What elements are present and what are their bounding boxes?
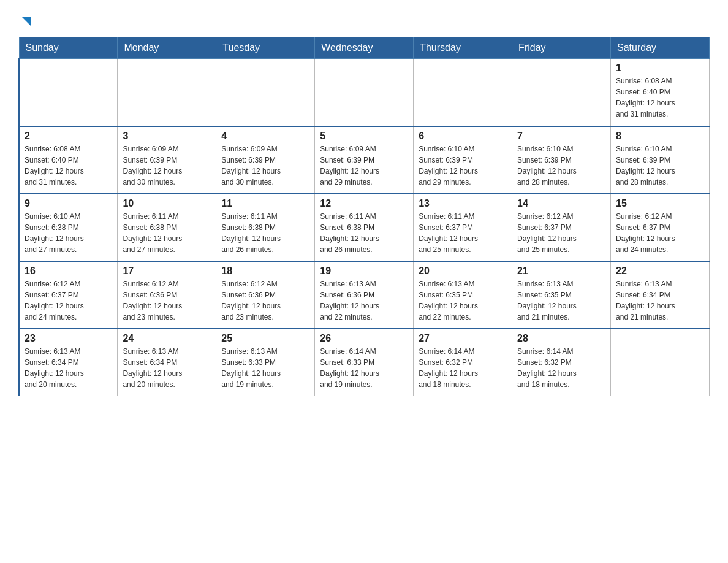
weekday-header-friday: Friday [512,37,611,59]
calendar-cell: 3Sunrise: 6:09 AM Sunset: 6:39 PM Daylig… [118,126,216,194]
day-info: Sunrise: 6:09 AM Sunset: 6:39 PM Dayligh… [123,144,211,188]
day-info: Sunrise: 6:10 AM Sunset: 6:38 PM Dayligh… [25,211,112,255]
day-number: 23 [25,333,112,344]
calendar-cell: 2Sunrise: 6:08 AM Sunset: 6:40 PM Daylig… [19,126,118,194]
day-number: 14 [517,198,605,209]
day-info: Sunrise: 6:09 AM Sunset: 6:39 PM Dayligh… [320,144,408,188]
calendar-cell [118,59,216,126]
calendar-cell: 24Sunrise: 6:13 AM Sunset: 6:34 PM Dayli… [118,329,216,396]
calendar-cell: 15Sunrise: 6:12 AM Sunset: 6:37 PM Dayli… [611,194,710,261]
calendar-cell: 18Sunrise: 6:12 AM Sunset: 6:36 PM Dayli… [216,261,315,329]
day-number: 16 [25,266,112,277]
calendar-cell: 17Sunrise: 6:12 AM Sunset: 6:36 PM Dayli… [118,261,216,329]
day-info: Sunrise: 6:11 AM Sunset: 6:38 PM Dayligh… [123,211,211,255]
day-number: 2 [25,131,112,142]
calendar-cell: 10Sunrise: 6:11 AM Sunset: 6:38 PM Dayli… [118,194,216,261]
day-info: Sunrise: 6:13 AM Sunset: 6:36 PM Dayligh… [320,278,408,323]
weekday-header-thursday: Thursday [414,37,512,59]
day-number: 15 [616,198,704,209]
calendar-cell: 27Sunrise: 6:14 AM Sunset: 6:32 PM Dayli… [414,329,512,396]
svg-marker-0 [22,17,31,26]
day-info: Sunrise: 6:13 AM Sunset: 6:34 PM Dayligh… [123,346,211,390]
day-info: Sunrise: 6:09 AM Sunset: 6:39 PM Dayligh… [221,144,309,188]
weekday-header-monday: Monday [118,37,216,59]
day-number: 28 [517,333,605,344]
day-number: 7 [517,131,605,142]
day-number: 21 [517,266,605,277]
day-number: 20 [419,266,507,277]
calendar-cell [414,59,512,126]
day-info: Sunrise: 6:13 AM Sunset: 6:35 PM Dayligh… [419,278,507,323]
weekday-header-sunday: Sunday [19,37,118,59]
day-number: 3 [123,131,211,142]
calendar-cell: 11Sunrise: 6:11 AM Sunset: 6:38 PM Dayli… [216,194,315,261]
calendar-cell: 12Sunrise: 6:11 AM Sunset: 6:38 PM Dayli… [315,194,414,261]
day-info: Sunrise: 6:13 AM Sunset: 6:33 PM Dayligh… [221,346,309,390]
calendar-cell: 14Sunrise: 6:12 AM Sunset: 6:37 PM Dayli… [512,194,611,261]
week-row-2: 2Sunrise: 6:08 AM Sunset: 6:40 PM Daylig… [19,126,710,194]
calendar-cell: 22Sunrise: 6:13 AM Sunset: 6:34 PM Dayli… [611,261,710,329]
day-number: 4 [221,131,309,142]
calendar-cell: 5Sunrise: 6:09 AM Sunset: 6:39 PM Daylig… [315,126,414,194]
calendar-cell: 21Sunrise: 6:13 AM Sunset: 6:35 PM Dayli… [512,261,611,329]
calendar-cell: 1Sunrise: 6:08 AM Sunset: 6:40 PM Daylig… [611,59,710,126]
day-info: Sunrise: 6:11 AM Sunset: 6:37 PM Dayligh… [419,211,507,255]
logo-arrow-icon [20,15,33,28]
calendar-cell: 13Sunrise: 6:11 AM Sunset: 6:37 PM Dayli… [414,194,512,261]
calendar-cell [216,59,315,126]
calendar-table: SundayMondayTuesdayWednesdayThursdayFrid… [18,37,710,396]
week-row-5: 23Sunrise: 6:13 AM Sunset: 6:34 PM Dayli… [19,329,710,396]
week-row-4: 16Sunrise: 6:12 AM Sunset: 6:37 PM Dayli… [19,261,710,329]
day-info: Sunrise: 6:12 AM Sunset: 6:36 PM Dayligh… [221,278,309,323]
weekday-header-tuesday: Tuesday [216,37,315,59]
day-number: 11 [221,198,309,209]
day-number: 22 [616,266,704,277]
calendar-cell: 28Sunrise: 6:14 AM Sunset: 6:32 PM Dayli… [512,329,611,396]
calendar-cell: 23Sunrise: 6:13 AM Sunset: 6:34 PM Dayli… [19,329,118,396]
calendar-cell: 7Sunrise: 6:10 AM Sunset: 6:39 PM Daylig… [512,126,611,194]
calendar-cell: 26Sunrise: 6:14 AM Sunset: 6:33 PM Dayli… [315,329,414,396]
calendar-cell [315,59,414,126]
day-info: Sunrise: 6:13 AM Sunset: 6:34 PM Dayligh… [616,278,704,323]
day-info: Sunrise: 6:08 AM Sunset: 6:40 PM Dayligh… [616,75,704,120]
day-number: 6 [419,131,507,142]
calendar-cell: 20Sunrise: 6:13 AM Sunset: 6:35 PM Dayli… [414,261,512,329]
day-info: Sunrise: 6:10 AM Sunset: 6:39 PM Dayligh… [616,144,704,188]
day-info: Sunrise: 6:13 AM Sunset: 6:35 PM Dayligh… [517,278,605,323]
calendar-cell: 6Sunrise: 6:10 AM Sunset: 6:39 PM Daylig… [414,126,512,194]
calendar-cell: 19Sunrise: 6:13 AM Sunset: 6:36 PM Dayli… [315,261,414,329]
day-info: Sunrise: 6:12 AM Sunset: 6:37 PM Dayligh… [517,211,605,255]
day-number: 24 [123,333,211,344]
calendar-cell: 16Sunrise: 6:12 AM Sunset: 6:37 PM Dayli… [19,261,118,329]
day-number: 26 [320,333,408,344]
day-number: 25 [221,333,309,344]
day-number: 5 [320,131,408,142]
day-info: Sunrise: 6:12 AM Sunset: 6:36 PM Dayligh… [123,278,211,323]
day-number: 27 [419,333,507,344]
weekday-header-row: SundayMondayTuesdayWednesdayThursdayFrid… [19,37,710,59]
day-info: Sunrise: 6:11 AM Sunset: 6:38 PM Dayligh… [320,211,408,255]
day-info: Sunrise: 6:11 AM Sunset: 6:38 PM Dayligh… [221,211,309,255]
day-info: Sunrise: 6:13 AM Sunset: 6:34 PM Dayligh… [25,346,112,390]
day-info: Sunrise: 6:14 AM Sunset: 6:32 PM Dayligh… [517,346,605,390]
calendar-cell [611,329,710,396]
calendar-cell: 25Sunrise: 6:13 AM Sunset: 6:33 PM Dayli… [216,329,315,396]
day-number: 19 [320,266,408,277]
day-number: 18 [221,266,309,277]
day-number: 12 [320,198,408,209]
weekday-header-saturday: Saturday [611,37,710,59]
page-header [18,12,710,26]
day-number: 10 [123,198,211,209]
calendar-cell: 8Sunrise: 6:10 AM Sunset: 6:39 PM Daylig… [611,126,710,194]
weekday-header-wednesday: Wednesday [315,37,414,59]
day-info: Sunrise: 6:14 AM Sunset: 6:32 PM Dayligh… [419,346,507,390]
day-info: Sunrise: 6:10 AM Sunset: 6:39 PM Dayligh… [517,144,605,188]
day-info: Sunrise: 6:08 AM Sunset: 6:40 PM Dayligh… [25,144,112,188]
day-info: Sunrise: 6:14 AM Sunset: 6:33 PM Dayligh… [320,346,408,390]
day-number: 17 [123,266,211,277]
day-number: 8 [616,131,704,142]
calendar-cell: 4Sunrise: 6:09 AM Sunset: 6:39 PM Daylig… [216,126,315,194]
calendar-cell [19,59,118,126]
calendar-cell [512,59,611,126]
day-info: Sunrise: 6:12 AM Sunset: 6:37 PM Dayligh… [616,211,704,255]
